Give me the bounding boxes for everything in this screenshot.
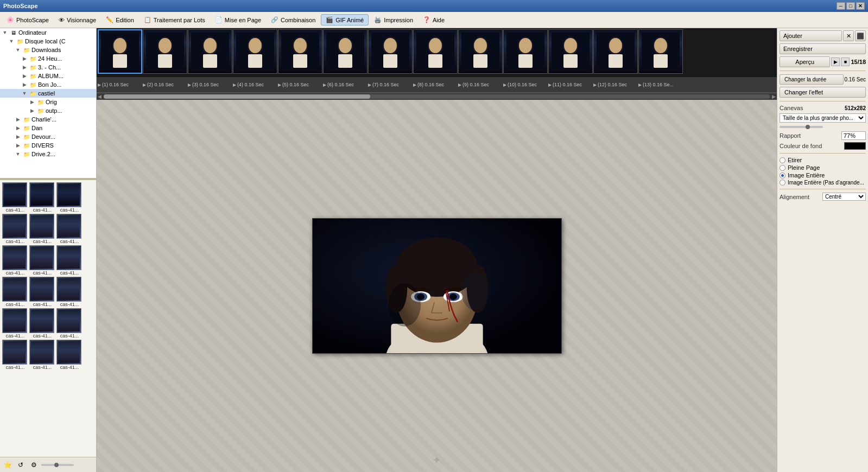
list-item[interactable]: cas-41... <box>2 214 28 244</box>
list-item[interactable]: cas-41... <box>56 214 83 244</box>
frame-label-10[interactable]: ▶ (10) 0.16 Sec <box>503 82 548 87</box>
frame-label-4[interactable]: ▶ (4) 0.16 Sec <box>233 82 277 87</box>
tree-downloads[interactable]: ▼ 📁 Downloads <box>0 46 96 54</box>
scroll-left-arrow[interactable]: ◀ <box>98 94 102 99</box>
tree-devour[interactable]: ▶ 📁 Devour... <box>0 132 96 141</box>
tree-castiel[interactable]: ▼ 📁 castiel <box>0 89 96 98</box>
menu-misepage[interactable]: 📄 Mise en Page <box>211 15 265 25</box>
close-button[interactable]: ✕ <box>856 2 865 10</box>
minimize-button[interactable]: ─ <box>837 2 845 10</box>
list-item[interactable]: cas-41... <box>56 182 83 213</box>
ajouter-button[interactable]: Ajouter <box>780 30 842 41</box>
menu-photoscape[interactable]: 🌸 PhotoScape <box>2 15 53 25</box>
radio-etirer[interactable] <box>780 157 785 163</box>
frame-label-9[interactable]: ▶ (9) 0.16 Sec <box>458 82 503 87</box>
list-item[interactable]: cas-41... <box>56 277 83 307</box>
scroll-right-arrow[interactable]: ▶ <box>772 94 776 99</box>
film-frame-6[interactable] <box>323 29 368 74</box>
apercu-button[interactable]: Aperçu <box>780 56 830 67</box>
stop-button[interactable]: ■ <box>841 58 850 66</box>
maximize-button[interactable]: □ <box>846 2 855 10</box>
film-frame-11[interactable] <box>548 29 593 74</box>
tree-outp[interactable]: ▶ 📁 outp... <box>0 106 96 115</box>
frame-label-3[interactable]: ▶ (3) 0.16 Sec <box>188 82 232 87</box>
settings-button[interactable]: ⚙ <box>28 460 39 470</box>
frame-label-2[interactable]: ▶ (2) 0.16 Sec <box>143 82 187 87</box>
film-frame-5[interactable] <box>278 29 322 74</box>
frame-label-6[interactable]: ▶ (6) 0.16 Sec <box>323 82 368 87</box>
film-strip-frames[interactable] <box>97 28 777 77</box>
frame-label-13[interactable]: ▶ (13) 0.16 Se... <box>638 82 683 87</box>
rapport-input[interactable] <box>841 131 866 140</box>
film-frame-9[interactable] <box>458 29 503 74</box>
frame-label-12[interactable]: ▶ (12) 0.16 Sec <box>593 82 638 87</box>
list-item[interactable]: cas-41... <box>29 340 55 370</box>
film-frame-2[interactable] <box>143 29 187 74</box>
list-item[interactable]: cas-41... <box>29 308 55 339</box>
radio-image-pas[interactable] <box>780 180 785 186</box>
menu-gif[interactable]: 🎬 GIF Animé <box>321 14 369 25</box>
list-item[interactable]: cas-41... <box>2 182 28 213</box>
tree-ordinateur[interactable]: ▼ 🖥 Ordinateur <box>0 28 96 37</box>
tree-disque[interactable]: ▼ 📁 Disque local (C <box>0 37 96 46</box>
file-tree[interactable]: ▼ 🖥 Ordinateur ▼ 📁 Disque local (C ▼ 📁 D… <box>0 28 96 180</box>
rapport-slider[interactable] <box>780 126 823 128</box>
list-item[interactable]: cas-41... <box>56 340 83 370</box>
film-scrollbar[interactable]: ◀ ▶ <box>97 93 777 100</box>
menu-combinaison[interactable]: 🔗 Combinaison <box>267 15 320 25</box>
tree-24h[interactable]: ▶ 📁 24 Heu... <box>0 54 96 63</box>
radio-image-entiere[interactable] <box>780 173 785 178</box>
list-item[interactable]: cas-41... <box>2 340 28 370</box>
radio-etirer-row[interactable]: Etirer <box>780 157 866 163</box>
tree-dan[interactable]: ▶ 📁 Dan <box>0 124 96 132</box>
radio-image-entiere-row[interactable]: Image Entière <box>780 172 866 178</box>
list-item[interactable]: cas-41... <box>29 182 55 213</box>
tree-charlie[interactable]: ▶ 📁 Charlie'... <box>0 115 96 124</box>
list-item[interactable]: cas-41... <box>2 277 28 307</box>
list-item[interactable]: cas-41... <box>29 214 55 244</box>
list-item[interactable]: cas-41... <box>56 245 83 276</box>
film-frame-1[interactable] <box>98 29 142 74</box>
frame-label-5[interactable]: ▶ (5) 0.16 Sec <box>278 82 322 87</box>
couleur-fond-swatch[interactable] <box>844 142 866 150</box>
changer-effet-button[interactable]: Changer l'effet <box>780 87 866 98</box>
delete-button[interactable]: ✕ <box>843 30 854 41</box>
radio-pleine[interactable] <box>780 165 785 171</box>
menu-visionnage[interactable]: 👁 Visionnage <box>54 15 100 25</box>
tree-album[interactable]: ▶ 📁 ALBUM... <box>0 72 96 80</box>
radio-pleine-row[interactable]: Pleine Page <box>780 164 866 171</box>
tree-divers[interactable]: ▶ 📁 DIVERS <box>0 141 96 150</box>
menu-edition[interactable]: ✏️ Edition <box>102 15 138 25</box>
film-frame-10[interactable] <box>503 29 548 74</box>
film-frame-4[interactable] <box>233 29 277 74</box>
list-item[interactable]: cas-41... <box>56 308 83 339</box>
alignement-select[interactable]: Centré <box>822 193 866 201</box>
refresh-button[interactable]: ↺ <box>15 460 26 470</box>
film-frame-3[interactable] <box>188 29 232 74</box>
radio-image-pas-row[interactable]: Image Entière (Pas d'agrande... <box>780 180 866 186</box>
menu-aide[interactable]: ❓ Aide <box>419 15 449 25</box>
menu-traitement[interactable]: 📋 Traitement par Lots <box>140 15 210 25</box>
list-item[interactable]: cas-41... <box>2 308 28 339</box>
changer-duree-button[interactable]: Changer la durée <box>780 74 844 85</box>
tree-drive[interactable]: ▼ 📁 Drive.2... <box>0 150 96 158</box>
list-item[interactable]: cas-41... <box>29 277 55 307</box>
frame-label-7[interactable]: ▶ (7) 0.16 Sec <box>368 82 413 87</box>
film-frame-7[interactable] <box>368 29 413 74</box>
scrollbar-track[interactable] <box>104 94 770 99</box>
tree-orig[interactable]: ▶ 📁 Orig <box>0 98 96 106</box>
tree-3ch[interactable]: ▶ 📁 3. - Ch... <box>0 63 96 72</box>
film-frame-12[interactable] <box>593 29 638 74</box>
list-item[interactable]: cas-41... <box>2 245 28 276</box>
star-button[interactable]: ⭐ <box>2 460 13 470</box>
list-item[interactable]: cas-41... <box>29 245 55 276</box>
frame-label-1[interactable]: ▶ (1) 0.16 Sec <box>98 82 142 87</box>
film-frame-8[interactable] <box>413 29 458 74</box>
play-button[interactable]: ▶ <box>831 58 840 66</box>
taille-select[interactable]: Taille de la plus grande pho... <box>780 113 866 123</box>
move-button[interactable]: ⬛ <box>855 30 866 41</box>
film-frame-13[interactable] <box>638 29 683 74</box>
menu-impression[interactable]: 🖨️ Impression <box>370 15 417 25</box>
zoom-slider[interactable] <box>41 464 74 466</box>
tree-bon[interactable]: ▶ 📁 Bon Jo... <box>0 80 96 89</box>
